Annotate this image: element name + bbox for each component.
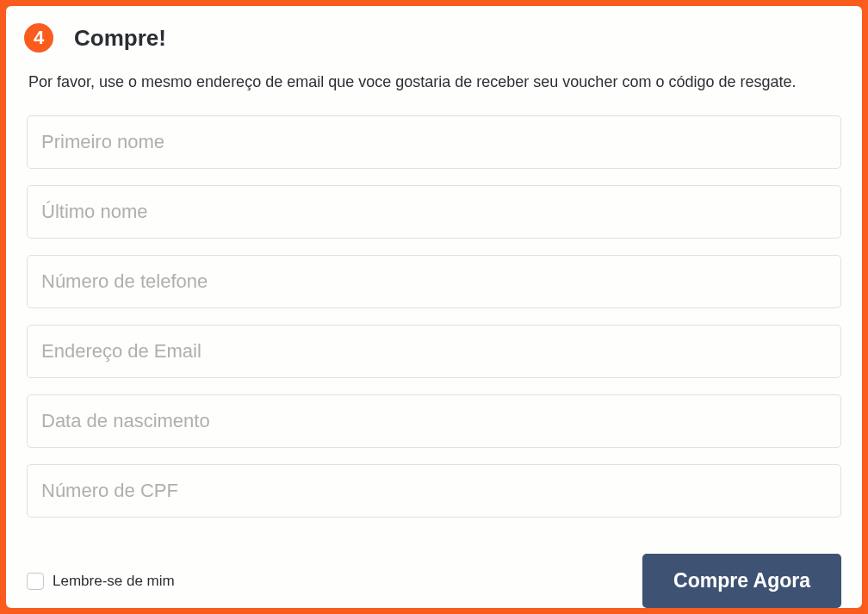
form-fields <box>27 115 841 518</box>
remember-me-checkbox[interactable] <box>27 573 44 590</box>
cpf-input[interactable] <box>27 464 841 518</box>
step-number: 4 <box>34 27 44 49</box>
remember-me-label: Lembre-se de mim <box>53 573 175 590</box>
last-name-input[interactable] <box>27 185 841 239</box>
first-name-input[interactable] <box>27 115 841 169</box>
dob-input[interactable] <box>27 394 841 448</box>
panel-title: Compre! <box>74 25 166 52</box>
form-footer: Lembre-se de mim Compre Agora <box>27 554 841 608</box>
buy-now-button[interactable]: Compre Agora <box>642 554 841 608</box>
step-number-badge: 4 <box>21 20 57 56</box>
remember-me-wrapper[interactable]: Lembre-se de mim <box>27 573 175 590</box>
phone-input[interactable] <box>27 255 841 308</box>
email-input[interactable] <box>27 325 841 378</box>
instruction-text: Por favor, use o mesmo endereço de email… <box>28 73 841 91</box>
panel-header: 4 Compre! <box>21 20 841 56</box>
checkout-step-panel: 4 Compre! Por favor, use o mesmo endereç… <box>6 6 862 608</box>
